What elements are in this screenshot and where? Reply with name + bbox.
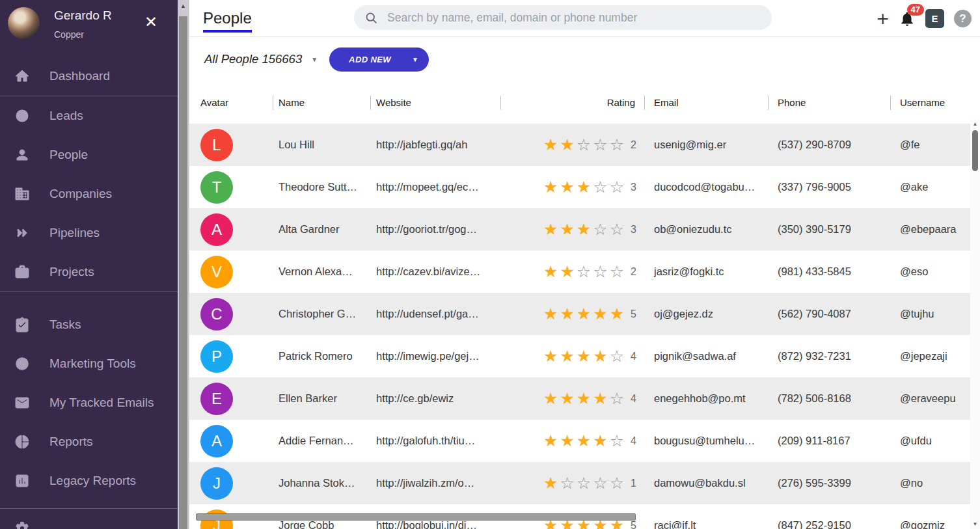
sidebar-scrollbar-thumb[interactable] xyxy=(179,16,187,529)
table-row[interactable]: E Ellen Barker http://ce.gb/ewiz ★★★★☆4 … xyxy=(189,377,980,420)
scroll-up-icon[interactable]: ▲ xyxy=(178,3,189,9)
star-empty-icon[interactable]: ☆ xyxy=(593,220,609,238)
star-filled-icon[interactable]: ★ xyxy=(543,347,560,365)
star-filled-icon[interactable]: ★ xyxy=(577,220,593,238)
table-scrollbar[interactable]: ▲ ▼ xyxy=(970,119,980,529)
star-filled-icon[interactable]: ★ xyxy=(543,431,560,450)
notifications-button[interactable]: 47 xyxy=(899,10,916,27)
cell-rating[interactable]: ★★★★☆4 xyxy=(506,433,644,449)
star-filled-icon[interactable]: ★ xyxy=(560,262,576,280)
table-scrollbar-thumb[interactable] xyxy=(972,130,978,171)
column-header-email[interactable]: Email xyxy=(644,97,768,108)
star-filled-icon[interactable]: ★ xyxy=(543,389,560,407)
star-filled-icon[interactable]: ★ xyxy=(543,135,560,154)
sidebar-item-projects[interactable]: Projects xyxy=(0,252,178,292)
star-filled-icon[interactable]: ★ xyxy=(560,347,576,365)
table-row[interactable]: P Patrick Romero http://imewig.pe/gej… ★… xyxy=(189,335,980,377)
star-empty-icon[interactable]: ☆ xyxy=(610,220,626,238)
star-empty-icon[interactable]: ☆ xyxy=(593,135,609,154)
sidebar-scrollbar[interactable]: ▲ xyxy=(178,0,189,529)
star-filled-icon[interactable]: ★ xyxy=(593,389,609,407)
cell-rating[interactable]: ★★☆☆☆2 xyxy=(506,264,644,280)
column-header-website[interactable]: Website xyxy=(376,97,506,108)
star-filled-icon[interactable]: ★ xyxy=(560,135,576,154)
column-header-username[interactable]: Username xyxy=(890,97,980,108)
table-row[interactable]: V Vernon Alexa… http://cazev.bi/avize… ★… xyxy=(189,251,980,293)
scroll-up-icon[interactable]: ▲ xyxy=(970,121,980,127)
star-empty-icon[interactable]: ☆ xyxy=(593,474,609,492)
star-empty-icon[interactable]: ☆ xyxy=(577,135,593,154)
cell-rating[interactable]: ★★★★☆4 xyxy=(506,390,644,407)
table-row[interactable]: L Lou Hill http://jabfegti.gq/ah ★★☆☆☆2 … xyxy=(189,124,980,166)
star-filled-icon[interactable]: ★ xyxy=(543,220,560,238)
table-row[interactable]: T Theodore Sutt… http://mopeet.gq/ec… ★★… xyxy=(189,166,980,208)
star-empty-icon[interactable]: ☆ xyxy=(610,135,626,154)
column-header-avatar[interactable]: Avatar xyxy=(200,97,279,108)
star-filled-icon[interactable]: ★ xyxy=(560,389,576,407)
star-filled-icon[interactable]: ★ xyxy=(593,347,609,365)
star-filled-icon[interactable]: ★ xyxy=(577,431,593,450)
star-empty-icon[interactable]: ☆ xyxy=(577,262,593,280)
sidebar-item-pipelines[interactable]: Pipelines xyxy=(0,213,178,252)
star-empty-icon[interactable]: ☆ xyxy=(560,474,576,492)
tab-people[interactable]: People xyxy=(203,9,252,27)
close-icon[interactable]: ✕ xyxy=(144,14,157,30)
star-filled-icon[interactable]: ★ xyxy=(560,431,576,450)
sidebar-item-companies[interactable]: Companies xyxy=(0,174,178,213)
star-empty-icon[interactable]: ☆ xyxy=(610,347,626,365)
sidebar-item-dashboard[interactable]: Dashboard xyxy=(0,57,178,96)
cell-rating[interactable]: ★★☆☆☆2 xyxy=(506,137,644,153)
horizontal-scrollbar-thumb[interactable] xyxy=(196,513,636,521)
star-filled-icon[interactable]: ★ xyxy=(543,178,560,196)
list-filter-dropdown[interactable]: All People 156663 ▼ xyxy=(204,52,318,66)
add-new-button[interactable]: ADD NEW ▼ xyxy=(329,47,429,72)
star-filled-icon[interactable]: ★ xyxy=(543,305,560,323)
star-filled-icon[interactable]: ★ xyxy=(560,220,576,238)
table-row[interactable]: A Addie Fernan… http://galofuh.th/tiu… ★… xyxy=(189,420,980,462)
sidebar-item-settings[interactable] xyxy=(0,509,178,529)
table-row[interactable]: A Alta Gardner http://gooriot.tr/gog… ★★… xyxy=(189,208,980,251)
cell-rating[interactable]: ★☆☆☆☆1 xyxy=(506,475,644,491)
star-empty-icon[interactable]: ☆ xyxy=(593,178,609,196)
star-filled-icon[interactable]: ★ xyxy=(593,431,609,450)
star-filled-icon[interactable]: ★ xyxy=(577,389,593,407)
cell-rating[interactable]: ★★★★☆4 xyxy=(506,348,644,364)
star-empty-icon[interactable]: ☆ xyxy=(577,474,593,492)
star-empty-icon[interactable]: ☆ xyxy=(610,474,626,492)
sidebar-item-marketing-tools[interactable]: Marketing Tools xyxy=(0,344,178,383)
star-filled-icon[interactable]: ★ xyxy=(577,178,593,196)
cell-rating[interactable]: ★★★★★5 xyxy=(506,306,644,322)
star-filled-icon[interactable]: ★ xyxy=(577,347,593,365)
column-header-rating[interactable]: Rating xyxy=(506,97,644,108)
sidebar-item-legacy-reports[interactable]: Legacy Reports xyxy=(0,461,178,500)
user-photo[interactable] xyxy=(8,7,40,39)
table-row[interactable]: J Johanna Stok… http://jiwalzih.zm/o… ★☆… xyxy=(189,462,980,504)
add-icon[interactable]: + xyxy=(877,8,889,29)
sidebar-item-my-tracked-emails[interactable]: My Tracked Emails xyxy=(0,383,178,422)
cell-rating[interactable]: ★★★☆☆3 xyxy=(506,179,644,195)
star-empty-icon[interactable]: ☆ xyxy=(610,431,626,450)
help-icon[interactable]: ? xyxy=(954,10,972,27)
sidebar-item-reports[interactable]: Reports xyxy=(0,422,178,461)
star-filled-icon[interactable]: ★ xyxy=(543,474,560,492)
column-header-name[interactable]: Name xyxy=(279,97,376,108)
star-empty-icon[interactable]: ☆ xyxy=(610,262,626,280)
star-empty-icon[interactable]: ☆ xyxy=(610,389,626,407)
star-empty-icon[interactable]: ☆ xyxy=(610,178,626,196)
cell-rating[interactable]: ★★★☆☆3 xyxy=(506,221,644,237)
star-filled-icon[interactable]: ★ xyxy=(593,305,609,323)
column-header-phone[interactable]: Phone xyxy=(768,97,890,108)
star-filled-icon[interactable]: ★ xyxy=(560,305,576,323)
star-filled-icon[interactable]: ★ xyxy=(577,305,593,323)
account-avatar[interactable]: E xyxy=(925,9,944,28)
search-input[interactable] xyxy=(387,11,761,25)
scroll-down-icon[interactable]: ▼ xyxy=(970,521,980,527)
table-row[interactable]: C Christopher G… http://udensef.pt/ga… ★… xyxy=(189,293,980,335)
star-empty-icon[interactable]: ☆ xyxy=(593,262,609,280)
sidebar-item-leads[interactable]: Leads xyxy=(0,96,178,135)
star-filled-icon[interactable]: ★ xyxy=(610,305,626,323)
star-filled-icon[interactable]: ★ xyxy=(560,178,576,196)
star-filled-icon[interactable]: ★ xyxy=(543,262,560,280)
sidebar-item-tasks[interactable]: Tasks xyxy=(0,305,178,344)
sidebar-item-people[interactable]: People xyxy=(0,135,178,174)
